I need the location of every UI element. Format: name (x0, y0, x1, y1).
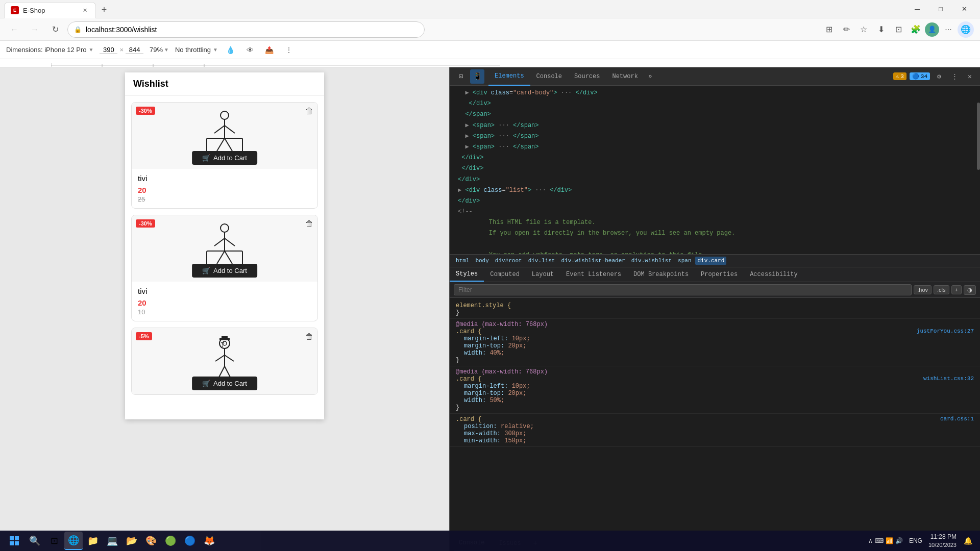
card-image-area-3: -5% 🗑 ? (132, 328, 317, 394)
new-tab-button[interactable]: + (96, 2, 112, 18)
extension-icon[interactable]: ⊞ (821, 21, 837, 38)
split-view-icon[interactable]: ⊡ (890, 21, 906, 38)
app5-taskbar-button[interactable]: 🎨 (142, 532, 160, 550)
download-icon[interactable]: ⬇ (873, 21, 889, 38)
css-source-link-1[interactable]: justForYou.css:27 (917, 328, 974, 335)
throttle-selector[interactable]: No throttling ▼ (175, 46, 218, 54)
clock-time: 11:28 PM (928, 533, 957, 541)
terminal-taskbar-button[interactable]: 💻 (103, 532, 121, 550)
keyboard-icon[interactable]: ⌨ (875, 537, 884, 544)
app6-taskbar-button[interactable]: 🟢 (161, 532, 180, 550)
breadcrumb-divwishlistheader[interactable]: div.wishlist-header (559, 257, 627, 265)
discount-badge-2: -30% (136, 219, 155, 228)
pencil-icon[interactable]: ✏ (838, 21, 854, 38)
breadcrumb-divlist[interactable]: div.list (526, 257, 557, 265)
styles-tab-dom-breakpoints[interactable]: DOM Breakpoints (627, 268, 695, 281)
styles-tab-styles[interactable]: Styles (450, 267, 484, 282)
toggle-light-dark-button[interactable]: ◑ (964, 285, 976, 295)
url-input[interactable] (86, 26, 418, 34)
chevron-up-icon[interactable]: ∧ (868, 537, 873, 544)
tab-network[interactable]: Network (606, 67, 644, 86)
browser-tab-active[interactable]: E E-Shop ✕ (4, 2, 96, 18)
tab-sources[interactable]: Sources (568, 67, 606, 86)
volume-icon[interactable]: 🔊 (895, 537, 903, 544)
taskview-button[interactable]: ⊡ (45, 532, 63, 550)
devtools-settings-icon[interactable]: ⚙ (933, 70, 945, 83)
language-indicator[interactable]: ENG (906, 537, 925, 544)
sidebar-icon[interactable]: 🌐 (958, 21, 974, 38)
cart-icon-2: 🛒 (202, 267, 210, 274)
styles-tab-event-listeners[interactable]: Event Listeners (560, 268, 627, 281)
add-to-cart-button-2[interactable]: 🛒 Add to Cart (192, 264, 257, 278)
breadcrumb-bar: html body div#root div.list div.wishlist… (450, 254, 980, 267)
breadcrumb-html[interactable]: html (454, 257, 471, 265)
edge-taskbar-button[interactable]: 🌐 (64, 532, 83, 550)
hov-button[interactable]: :hov (914, 285, 932, 294)
add-to-cart-button-3[interactable]: 🛒 Add to Cart (192, 377, 257, 390)
scrollbar[interactable] (977, 103, 980, 170)
styles-tab-properties[interactable]: Properties (695, 268, 744, 281)
styles-tab-accessibility[interactable]: Accessibility (744, 268, 804, 281)
start-button[interactable] (4, 531, 24, 551)
search-taskbar-button[interactable]: 🔍 (26, 532, 44, 550)
explorer-taskbar-button[interactable]: 📁 (84, 532, 102, 550)
screenshot-icon[interactable]: 📤 (263, 43, 276, 57)
main-area: Wishlist -30% 🗑 (0, 67, 980, 551)
network-tray-icon[interactable]: 📶 (886, 537, 893, 544)
add-to-cart-button-1[interactable]: 🛒 Add to Cart (192, 151, 257, 165)
product-name-2: tivi (138, 287, 311, 295)
height-input[interactable] (126, 46, 143, 54)
product-price-old-2: 10 (138, 308, 311, 316)
breadcrumb-divroot[interactable]: div#root (493, 257, 524, 265)
devtools-more-icon[interactable]: ⋮ (948, 70, 961, 83)
more-tabs-icon[interactable]: » (644, 70, 656, 83)
eyedropper-icon[interactable]: 💧 (224, 43, 237, 57)
css-prop-max-width: max-width: 300px; (456, 430, 974, 437)
styles-panel: element.style { } @media (max-width: 768… (450, 298, 980, 535)
add-style-rule-button[interactable]: + (951, 285, 962, 294)
maximize-button[interactable]: □ (929, 0, 952, 18)
app7-taskbar-button[interactable]: 🔵 (181, 532, 199, 550)
tab-console[interactable]: Console (530, 67, 568, 86)
media-icon[interactable]: 👁 (243, 43, 257, 57)
reload-button[interactable]: ↻ (47, 21, 63, 38)
extensions-icon[interactable]: 🧩 (908, 21, 924, 38)
styles-filter-input[interactable] (454, 284, 912, 295)
tab-elements[interactable]: Elements (488, 67, 530, 86)
svg-rect-32 (222, 336, 228, 339)
breadcrumb-body[interactable]: body (473, 257, 491, 265)
css-source-link-2[interactable]: wishList.css:32 (923, 375, 974, 383)
devtools-icon-picker[interactable]: ⊡ (454, 69, 468, 84)
delete-wishlist-button-2[interactable]: 🗑 (305, 219, 313, 229)
delete-wishlist-button[interactable]: 🗑 (305, 107, 313, 116)
tab-close-icon[interactable]: ✕ (80, 6, 89, 15)
clock-display[interactable]: 11:28 PM 10/20/2023 (928, 533, 957, 549)
star-icon[interactable]: ☆ (855, 21, 872, 38)
styles-filter-bar: :hov .cls + ◑ (450, 282, 980, 298)
forward-button[interactable]: → (27, 21, 43, 38)
address-input-container[interactable]: 🔒 (67, 21, 425, 38)
css-source-link-3[interactable]: card.css:1 (940, 416, 974, 423)
styles-tab-layout[interactable]: Layout (526, 268, 560, 281)
minimize-button[interactable]: ─ (905, 0, 929, 18)
profile-icon[interactable]: 👤 (925, 22, 939, 37)
width-input[interactable] (100, 46, 117, 54)
more-device-icon[interactable]: ⋮ (282, 43, 296, 57)
breadcrumb-divcard[interactable]: div.card (695, 257, 726, 265)
devtools-close-icon[interactable]: ✕ (964, 70, 976, 83)
vscode-taskbar-button[interactable]: 📂 (122, 532, 141, 550)
zoom-display[interactable]: 79% ▼ (150, 46, 169, 54)
delete-wishlist-button-3[interactable]: 🗑 (305, 332, 313, 341)
breadcrumb-divwishlist[interactable]: div.wishlist (629, 257, 674, 265)
devtools-icon-mobile[interactable]: 📱 (470, 69, 484, 84)
notifications-button[interactable]: 🔔 (960, 533, 976, 549)
device-selector[interactable]: Dimensions: iPhone 12 Pro ▼ (6, 46, 93, 54)
toolbar-right-icons: ⊞ ✏ ☆ ⬇ ⊡ 🧩 👤 ··· 🌐 (821, 21, 974, 38)
more-options-icon[interactable]: ··· (940, 21, 957, 38)
styles-tab-computed[interactable]: Computed (484, 268, 526, 281)
app8-taskbar-button[interactable]: 🦊 (200, 532, 218, 550)
close-button[interactable]: ✕ (952, 0, 976, 18)
cls-button[interactable]: .cls (934, 285, 949, 294)
breadcrumb-span[interactable]: span (676, 257, 693, 265)
back-button[interactable]: ← (6, 21, 22, 38)
